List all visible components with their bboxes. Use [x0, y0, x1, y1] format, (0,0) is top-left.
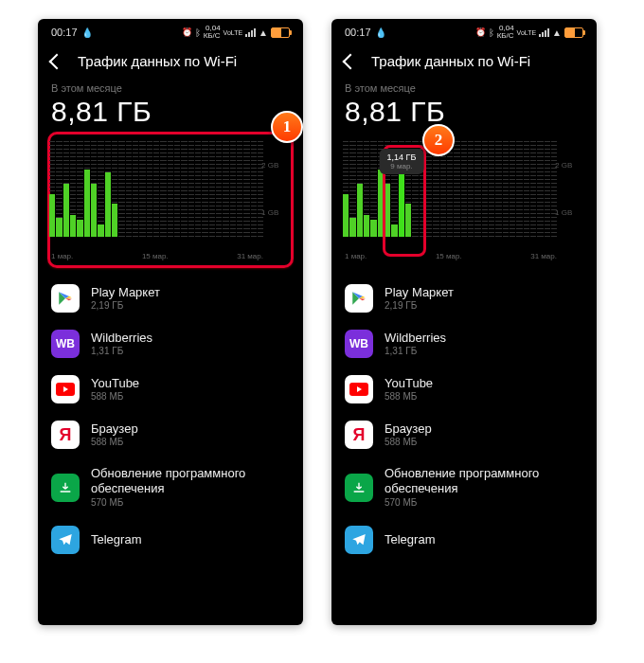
chart-bar[interactable] — [545, 141, 550, 237]
app-row[interactable]: Telegram — [38, 517, 303, 563]
app-row[interactable]: YouTube588 МБ — [331, 367, 597, 412]
app-row[interactable]: ЯБраузер588 МБ — [38, 412, 303, 457]
yt-icon — [345, 375, 373, 403]
chart-bar[interactable] — [133, 141, 138, 237]
wb-icon: WB — [51, 330, 80, 358]
chart-bar[interactable] — [230, 141, 236, 237]
chart-bar[interactable] — [357, 141, 363, 237]
chart-bar[interactable] — [223, 141, 228, 237]
chart-bar[interactable] — [489, 141, 494, 237]
chart-bar[interactable] — [258, 141, 263, 237]
chart-bar[interactable] — [209, 141, 215, 237]
chart-bar[interactable] — [91, 141, 97, 237]
chart-bar[interactable] — [237, 141, 242, 237]
chart-bar[interactable] — [202, 141, 207, 237]
chart-bar[interactable] — [216, 141, 222, 237]
usage-chart[interactable]: 2 GB 1 GB 1,14 ГБ 9 мар. 1 мар. 15 мар. … — [339, 137, 589, 262]
signal-icon — [539, 28, 549, 37]
chart-bar[interactable] — [530, 141, 536, 237]
app-row[interactable]: WBWildberries1,31 ГБ — [331, 321, 597, 367]
chart-bar[interactable] — [188, 141, 194, 237]
drop-icon: 💧 — [81, 27, 93, 38]
chart-bar[interactable] — [160, 141, 166, 237]
chart-bar[interactable] — [153, 141, 159, 237]
app-usage: 2,19 ГБ — [385, 300, 454, 313]
back-icon[interactable] — [49, 53, 65, 69]
app-row[interactable]: Play Маркет2,19 ГБ — [331, 276, 597, 321]
chart-bar[interactable] — [84, 141, 90, 237]
status-bar: 00:17 💧 ⏰ ᛒ 0,04 КБ/С VoLTE ▲ — [331, 19, 597, 45]
chart-bar[interactable] — [343, 141, 349, 237]
chart-bar[interactable] — [524, 141, 529, 237]
y-tick: 2 GB — [261, 161, 288, 170]
chart-bar[interactable] — [461, 141, 467, 237]
chart-bar[interactable] — [495, 141, 501, 237]
chart-bars-1 — [49, 141, 263, 237]
chart-bar[interactable] — [454, 141, 459, 237]
chart-tooltip: 1,14 ГБ 9 мар. — [380, 149, 424, 174]
signal-icon — [245, 28, 256, 37]
chart-bar[interactable] — [112, 141, 117, 237]
chart-bar[interactable] — [482, 141, 488, 237]
back-icon[interactable] — [343, 53, 359, 69]
chart-bar[interactable] — [364, 141, 369, 237]
chart-bar[interactable] — [474, 141, 480, 237]
app-row[interactable]: Telegram — [331, 517, 597, 563]
app-name: Браузер — [385, 421, 432, 437]
app-usage: 1,31 ГБ — [91, 346, 152, 358]
chart-bar[interactable] — [105, 141, 111, 237]
chart-bar[interactable] — [70, 141, 76, 237]
status-bar: 00:17 💧 ⏰ ᛒ 0,04 КБ/С VoLTE ▲ — [38, 19, 303, 45]
chart-bar[interactable] — [195, 141, 201, 237]
chart-bar[interactable] — [168, 141, 173, 237]
app-row[interactable]: Обновление программного обеспечения570 М… — [331, 457, 597, 517]
chart-bar[interactable] — [243, 141, 249, 237]
chart-bar[interactable] — [174, 141, 180, 237]
x-tick: 1 мар. — [345, 252, 367, 260]
app-name: Play Маркет — [385, 285, 454, 300]
app-row[interactable]: ЯБраузер588 МБ — [331, 412, 597, 457]
app-name: YouTube — [385, 376, 433, 391]
ya-icon: Я — [345, 421, 373, 449]
chart-bar[interactable] — [349, 141, 355, 237]
chart-bar[interactable] — [98, 141, 103, 237]
app-name: Браузер — [91, 421, 138, 437]
chart-bar[interactable] — [126, 141, 132, 237]
app-name: Wildberries — [385, 331, 446, 346]
usage-chart[interactable]: 2 GB 1 GB 1 мар. 15 мар. 31 мар. 1 — [45, 137, 295, 262]
chart-bar[interactable] — [468, 141, 474, 237]
wifi-icon: ▲ — [552, 27, 562, 38]
chart-bar[interactable] — [370, 141, 376, 237]
chart-bar[interactable] — [181, 141, 187, 237]
volte-label: VoLTE — [224, 29, 243, 36]
app-row[interactable]: WBWildberries1,31 ГБ — [38, 321, 303, 367]
app-row[interactable]: Обновление программного обеспечения570 М… — [38, 457, 303, 517]
x-tick: 31 мар. — [530, 252, 557, 260]
chart-bar[interactable] — [251, 141, 257, 237]
app-name: Обновление программного обеспечения — [385, 466, 583, 497]
chart-bar[interactable] — [147, 141, 152, 237]
app-row[interactable]: YouTube588 МБ — [38, 367, 303, 412]
app-row[interactable]: Play Маркет2,19 ГБ — [38, 276, 303, 321]
chart-bar[interactable] — [77, 141, 82, 237]
chart-bar[interactable] — [537, 141, 543, 237]
chart-bar[interactable] — [49, 141, 55, 237]
x-tick: 15 мар. — [142, 252, 169, 260]
app-list-1: Play Маркет2,19 ГБWBWildberries1,31 ГБYo… — [38, 276, 303, 625]
play-icon — [51, 284, 80, 313]
chart-bar[interactable] — [118, 141, 124, 237]
net-speed: 0,04 КБ/С — [497, 25, 514, 40]
chart-bar[interactable] — [63, 141, 69, 237]
app-list-2: Play Маркет2,19 ГБWBWildberries1,31 ГБYo… — [331, 276, 597, 625]
chart-bar[interactable] — [503, 141, 509, 237]
chart-bar[interactable] — [56, 141, 62, 237]
chart-bar[interactable] — [139, 141, 145, 237]
chart-bar[interactable] — [447, 141, 453, 237]
chart-bar[interactable] — [426, 141, 432, 237]
chart-bar[interactable] — [551, 141, 557, 237]
period-label: В этом месяце — [38, 82, 303, 94]
chart-bar[interactable] — [516, 141, 522, 237]
chart-bar[interactable] — [510, 141, 515, 237]
app-usage: 570 МБ — [385, 497, 583, 510]
app-name: Wildberries — [91, 331, 152, 346]
